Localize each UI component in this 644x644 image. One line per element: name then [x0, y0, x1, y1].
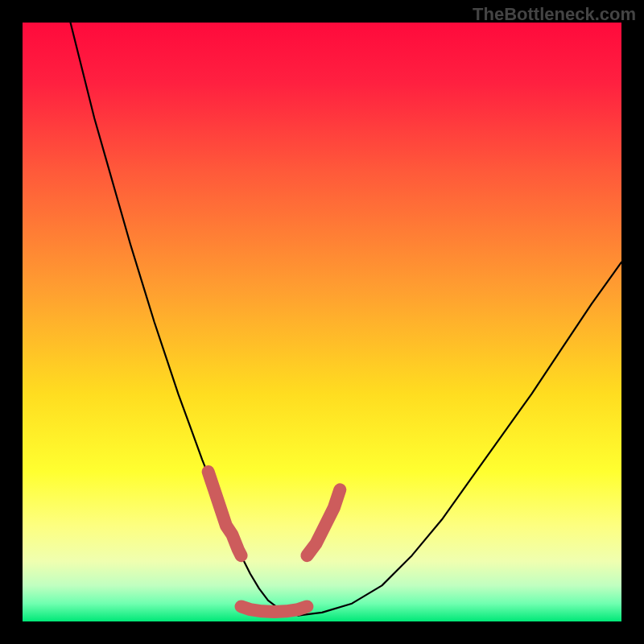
- series-highlight-left-descent: [208, 472, 242, 555]
- series-highlight-trough: [242, 606, 308, 612]
- watermark-text: TheBottleneck.com: [473, 4, 636, 25]
- plot-area: [23, 23, 621, 621]
- series-highlight-right-ascent: [307, 489, 340, 555]
- curve-layer: [23, 23, 621, 621]
- series-bottleneck-curve: [71, 23, 621, 616]
